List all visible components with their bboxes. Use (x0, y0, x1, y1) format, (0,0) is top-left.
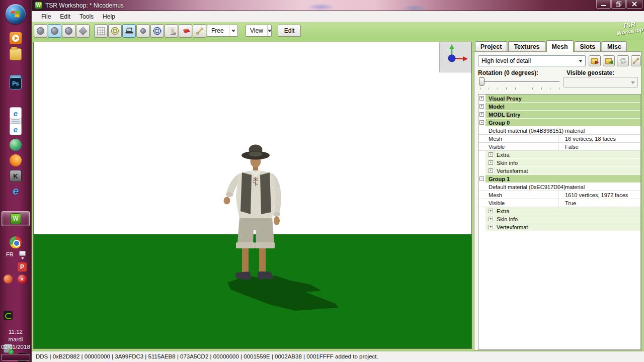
tree-row-extra[interactable]: +Extra (478, 151, 640, 159)
expand-icon[interactable]: + (489, 160, 493, 165)
minimize-button[interactable] (596, 0, 611, 9)
red-p-tray-icon[interactable]: P (18, 262, 27, 272)
menu-tools[interactable]: Tools (75, 12, 98, 22)
error-tray-icon[interactable]: × (18, 275, 27, 284)
show-desktop-button[interactable] (1, 354, 30, 360)
explorer-folder-icon[interactable] (10, 48, 22, 60)
tree-row-vertexformat[interactable]: +Vertexformat (478, 223, 640, 231)
komposer-icon[interactable]: K (10, 170, 22, 182)
tree-row-visual-proxy[interactable]: +Visual Proxy (478, 95, 640, 103)
vertex-mode-button[interactable] (34, 24, 47, 38)
media-player-icon[interactable] (10, 32, 22, 44)
tree-row-skin-info[interactable]: +Skin info (478, 215, 640, 223)
chrome-icon[interactable] (10, 236, 22, 248)
collapse-icon[interactable]: - (479, 120, 484, 125)
lod-dropdown[interactable]: High level of detail (478, 55, 586, 66)
view-arrow[interactable] (267, 25, 272, 36)
tree-row-group-1[interactable]: -Group 1 (478, 175, 640, 183)
property-label: Mesh (489, 135, 502, 143)
geostate-dropdown[interactable] (564, 77, 638, 87)
expand-icon[interactable]: + (479, 96, 484, 101)
restore-button[interactable] (611, 0, 626, 9)
wireframe-sphere-icon (111, 27, 119, 35)
tree-row-model[interactable]: +Model (478, 103, 640, 111)
photoshop-icon[interactable]: Ps (10, 77, 22, 89)
vertex-mode-selected-button[interactable] (48, 24, 61, 38)
preview-display-button[interactable] (122, 24, 136, 38)
export-mesh-button[interactable] (589, 55, 601, 66)
free-camera-arrow[interactable] (229, 25, 237, 36)
node-label: Vertexformat (497, 167, 528, 175)
globe-icon[interactable] (10, 139, 22, 151)
tab-mesh[interactable]: Mesh (546, 40, 574, 52)
internet-explorer-icon[interactable]: e (10, 185, 22, 197)
wireframe-blue-button[interactable] (150, 24, 164, 38)
menu-edit[interactable]: Edit (55, 12, 75, 22)
expand-icon[interactable]: + (479, 112, 484, 117)
refresh-button[interactable] (617, 55, 629, 66)
tsr-workshop-taskbar-button[interactable]: W (2, 211, 30, 226)
expand-icon[interactable]: + (489, 209, 493, 213)
clock-day: mardi (0, 336, 31, 343)
view-dropdown[interactable]: View (246, 25, 272, 37)
menu-help[interactable]: Help (98, 12, 120, 22)
slider-ticks (480, 87, 559, 89)
tree-row-visible[interactable]: VisibleTrue (478, 199, 640, 207)
object-mode-button[interactable] (76, 24, 90, 38)
plane-button[interactable] (179, 24, 192, 38)
ie-square-icon-2[interactable]: e (10, 123, 22, 135)
tree-row-modl-entry[interactable]: +MODL Entry (478, 111, 640, 119)
title-bar[interactable]: W TSR Workshop: * Nicodemus (32, 0, 644, 11)
tree-row-default-material-0xec917d04-[interactable]: Default material (0xEC917D04)material (478, 183, 640, 191)
ccleaner-tray-icon[interactable] (4, 275, 13, 284)
tree-column-divider (558, 191, 558, 199)
tab-textures[interactable]: Textures (508, 41, 545, 52)
lod-arrow[interactable] (576, 60, 585, 62)
tree-row-vertexformat[interactable]: +Vertexformat (478, 167, 640, 175)
tab-project[interactable]: Project (475, 41, 507, 52)
node-label: Group 0 (489, 119, 510, 127)
expand-icon[interactable]: + (489, 152, 493, 157)
expand-icon[interactable]: + (479, 104, 484, 109)
language-indicator[interactable]: FR (0, 250, 31, 260)
tree-row-skin-info[interactable]: +Skin info (478, 159, 640, 167)
tree-row-extra[interactable]: +Extra (478, 207, 640, 215)
tree-row-mesh[interactable]: Mesh1610 vertices, 1972 faces (478, 191, 640, 199)
nvidia-tray-icon[interactable] (4, 311, 13, 320)
tree-row-group-0[interactable]: -Group 0 (478, 119, 640, 127)
close-button[interactable] (626, 0, 642, 9)
expand-icon[interactable]: + (489, 217, 493, 221)
slider-thumb[interactable] (479, 77, 485, 86)
tree-row-mesh[interactable]: Mesh16 vertices, 18 faces (478, 135, 640, 143)
tab-misc[interactable]: Misc (602, 41, 627, 52)
rotation-slider[interactable] (478, 77, 562, 87)
keyboard-layout-icon (19, 251, 26, 256)
bone-button[interactable] (193, 24, 206, 38)
wireframe-yellow-button[interactable] (108, 24, 122, 38)
free-camera-dropdown[interactable]: Free (207, 25, 238, 37)
grid-toggle-button[interactable] (94, 24, 108, 38)
expand-icon[interactable]: + (489, 168, 493, 173)
sphere-small-button[interactable] (136, 24, 150, 38)
status-bar: DDS | 0xB2D882 | 00000000 | 3A99FDC3 | 5… (32, 350, 644, 362)
expand-icon[interactable]: + (489, 225, 493, 229)
firefox-icon[interactable] (10, 154, 22, 166)
bone-edit-button[interactable] (631, 55, 641, 66)
face-mode-button[interactable] (62, 24, 75, 38)
ie-square-icon[interactable]: e (10, 107, 22, 119)
taskbar-clock[interactable]: 11:12 mardi 02/01/2018 (0, 328, 31, 351)
import-mesh-button[interactable] (603, 55, 615, 66)
viewport-3d[interactable] (33, 42, 472, 349)
edit-button[interactable]: Edit (278, 25, 301, 37)
menu-file[interactable]: File (37, 12, 55, 22)
texture-light-button[interactable] (165, 24, 178, 38)
node-label: Model (489, 103, 505, 111)
tree-row-default-material-0x4b398151-[interactable]: Default material (0x4B398151)material (478, 127, 640, 135)
start-orb[interactable] (6, 4, 26, 24)
language-label: FR (6, 251, 14, 257)
language-caret-icon (21, 257, 24, 259)
collapse-icon[interactable]: - (479, 176, 484, 181)
tab-slots[interactable]: Slots (575, 41, 601, 52)
tree-row-visible[interactable]: VisibleFalse (478, 143, 640, 151)
lod-value: High level of detail (478, 57, 576, 64)
